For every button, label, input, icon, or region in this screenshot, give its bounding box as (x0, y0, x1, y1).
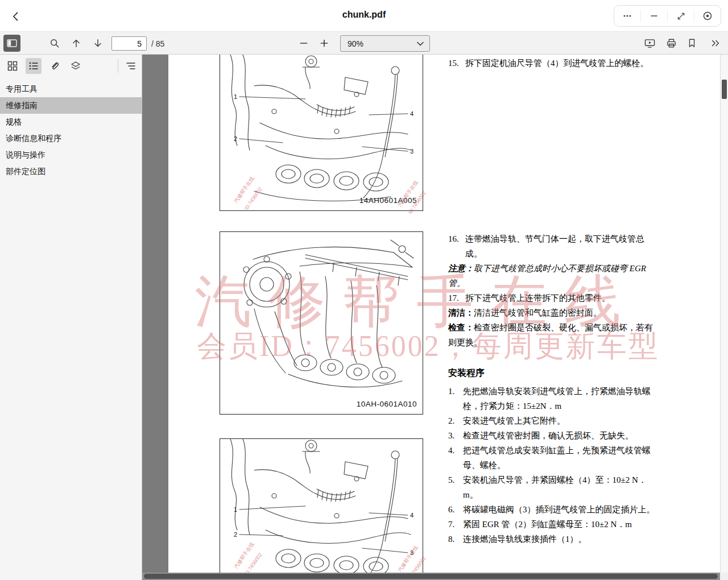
figure-engine-top-view-1: 1 2 3 4 14AH0601A005 (220, 55, 423, 211)
thumbnails-grid-icon (7, 61, 18, 71)
sidebar-item-component-location[interactable]: 部件定位图 (0, 163, 142, 180)
step-number: 17. (448, 291, 465, 305)
sidebar-item-operation[interactable]: 说明与操作 (0, 147, 142, 163)
figure-intake-manifold-iso: 10AH-0601A010 (220, 231, 423, 415)
more-options-button[interactable] (614, 6, 640, 26)
step-text: 安装进气歧管上其它附件。 (463, 413, 656, 428)
figure-caption: 14AH0601A005 (359, 196, 417, 205)
install-step: 5. 安装机油尺导管，并紧固螺栓（4）至：10±2 N．m。 (448, 473, 656, 502)
note-label: 注意： (448, 264, 474, 273)
sidebar-item-special-tools[interactable]: 专用工具 (0, 81, 142, 97)
record-target-icon (702, 11, 713, 21)
minimize-button[interactable] (641, 6, 667, 26)
clean-text: 清洁进气歧管和气缸盖的密封面。 (474, 308, 602, 317)
step-text: 连接燃油导轨线束接插件（1）。 (463, 532, 656, 546)
step-number: 1. (448, 384, 463, 413)
zoom-out-button[interactable] (296, 35, 312, 51)
step-text: 把进气歧管总成安装到缸盖上，先预紧进气歧管螺母、螺栓。 (463, 443, 656, 473)
ellipsis-icon (622, 11, 632, 21)
step-number: 15. (448, 56, 465, 71)
more-tools-button[interactable] (708, 35, 723, 51)
inspect-label: 检查： (448, 323, 474, 332)
outline-tab-button[interactable] (26, 58, 42, 74)
callout-1: 1 (234, 506, 237, 513)
install-steps-list: 1. 先把燃油导轨安装到进气歧管上，拧紧燃油导轨螺栓，拧紧力矩：15±2N．m … (448, 384, 656, 546)
pdf-viewport: 1 2 3 4 14AH0601A005 (142, 55, 728, 580)
plus-icon (320, 39, 329, 48)
page-number-input[interactable] (111, 36, 147, 51)
figure-caption: 10AH-0601A010 (357, 400, 417, 408)
sidebar: 专用工具 维修指南 规格 诊断信息和程序 说明与操作 部件定位图 (0, 55, 142, 580)
next-page-button[interactable] (90, 35, 106, 51)
layers-icon (71, 61, 81, 71)
printer-icon (666, 38, 677, 48)
step-number: 6. (448, 502, 463, 517)
removal-step-16: 16. 连带燃油导轨、节气门体一起，取下进气歧管总成。 (448, 231, 656, 261)
zoom-value: 90% (341, 39, 417, 48)
engine-diagram-2 (220, 232, 424, 415)
step-text: 拆下进气歧管上连带拆下的其他零件。 (465, 291, 656, 305)
caution-note: 注意：取下进气歧管总成时小心不要损坏或碰弯 EGR 管。 (448, 261, 656, 291)
print-button[interactable] (663, 35, 679, 51)
previous-page-button[interactable] (68, 35, 84, 51)
vertical-scrollbar-thumb[interactable] (722, 80, 727, 99)
step-text: 检查进气歧管密封圈，确认无损坏、无缺失。 (463, 428, 656, 443)
minimize-icon (650, 11, 659, 20)
step-text: 紧固 EGR 管（2）到缸盖螺母至：10±2 N．m (463, 517, 656, 532)
attachments-tab-button[interactable] (47, 58, 63, 74)
expand-button[interactable] (668, 6, 694, 26)
callout-2: 2 (234, 531, 237, 538)
callout-4: 4 (410, 110, 413, 117)
outline-list-icon (28, 61, 39, 71)
clean-label: 清洁： (448, 308, 474, 317)
step-text: 安装机油尺导管，并紧固螺栓（4）至：10±2 N．m。 (463, 473, 656, 502)
sidebar-item-diagnostics[interactable]: 诊断信息和程序 (0, 130, 142, 147)
install-step: 4. 把进气歧管总成安装到缸盖上，先预紧进气歧管螺母、螺栓。 (448, 443, 656, 473)
horizontal-scrollbar[interactable] (142, 573, 720, 580)
removal-step-17: 17. 拆下进气歧管上连带拆下的其他零件。 (448, 291, 656, 305)
install-step: 6. 将碳罐电磁阀（3）插到进气歧管上的固定插片上。 (448, 502, 656, 517)
scrollbar-corner (720, 573, 728, 580)
page-total-label: / 85 (151, 39, 164, 48)
step-text: 拆下固定机油尺导管（4）到进气歧管上的螺栓。 (465, 56, 656, 71)
pdf-toolbar: / 85 90% (0, 32, 728, 55)
install-step: 8. 连接燃油导轨线束接插件（1）。 (448, 532, 656, 546)
callout-4: 4 (410, 512, 413, 519)
engine-diagram-3: 1 2 3 4 (220, 439, 424, 580)
sidebar-item-repair-guide[interactable]: 维修指南 (0, 97, 142, 114)
install-step: 1. 先把燃油导轨安装到进气歧管上，拧紧燃油导轨螺栓，拧紧力矩：15±2N．m (448, 384, 656, 413)
figure-engine-top-view-2: 1 2 3 4 (220, 438, 423, 580)
bookmark-button[interactable] (684, 35, 700, 51)
sidebar-toggle-button[interactable] (3, 35, 20, 52)
callout-1: 1 (234, 93, 237, 100)
step-text: 连带燃油导轨、节气门体一起，取下进气歧管总成。 (465, 231, 656, 261)
install-step: 7. 紧固 EGR 管（2）到缸盖螺母至：10±2 N．m (448, 517, 656, 532)
zoom-in-button[interactable] (316, 35, 332, 51)
arrow-down-icon (93, 38, 103, 48)
step-number: 16. (448, 231, 465, 261)
record-button[interactable] (694, 6, 721, 26)
step-number: 8. (448, 532, 463, 546)
inspect-note: 检查：检查密封圈是否破裂、硬化、漏气或损坏，若有则更换。 (448, 320, 656, 350)
thumbnails-tab-button[interactable] (5, 58, 20, 74)
title-bar: chunk.pdf (0, 0, 728, 32)
step-number: 7. (448, 517, 463, 532)
vertical-scrollbar[interactable] (720, 55, 728, 573)
note-text: 取下进气歧管总成时小心不要损坏或碰弯 EGR 管。 (448, 264, 646, 288)
horizontal-scrollbar-thumb[interactable] (144, 574, 718, 579)
presentation-icon (644, 39, 655, 48)
chevron-down-icon (417, 42, 429, 46)
sidebar-tab-icons (0, 55, 142, 77)
paperclip-icon (49, 61, 60, 71)
sidebar-item-specs[interactable]: 规格 (0, 114, 142, 130)
search-button[interactable] (47, 35, 63, 51)
outline-options-button[interactable] (123, 58, 139, 74)
install-procedure-heading: 安装程序 (448, 366, 656, 380)
layers-tab-button[interactable] (68, 58, 84, 74)
search-icon (49, 38, 60, 48)
present-button[interactable] (642, 35, 657, 51)
bookmarks-list: 专用工具 维修指南 规格 诊断信息和程序 说明与操作 部件定位图 (0, 81, 142, 180)
zoom-level-select[interactable]: 90% (340, 35, 430, 52)
callout-3: 3 (410, 148, 413, 155)
window-controls (614, 5, 721, 27)
